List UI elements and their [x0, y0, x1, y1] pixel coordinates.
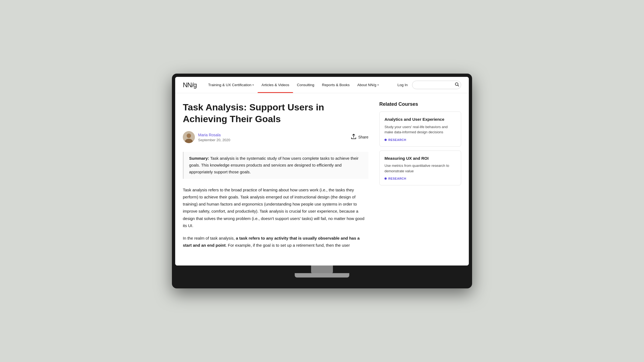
search-bar[interactable]	[412, 81, 461, 89]
chevron-down-icon: ▾	[377, 83, 379, 86]
article: Task Analysis: Support Users in Achievin…	[183, 93, 368, 254]
course-card-1[interactable]: Measuring UX and ROI Use metrics from qu…	[379, 150, 461, 186]
nav-item-about[interactable]: About NN/g ▾	[353, 77, 383, 93]
svg-line-1	[458, 85, 459, 86]
avatar-image	[183, 131, 195, 143]
article-title: Task Analysis: Support Users in Achievin…	[183, 101, 368, 125]
login-button[interactable]: Log In	[397, 83, 408, 87]
search-input[interactable]	[417, 83, 455, 87]
author-details: Maria Rosala September 20, 2020	[198, 132, 230, 142]
tag-dot-1	[384, 177, 387, 180]
paragraph-2-prefix: In the realm of task analysis,	[183, 236, 236, 240]
share-icon	[351, 134, 356, 141]
course-title-1: Measuring UX and ROI	[384, 156, 456, 161]
summary-label: Summary:	[189, 156, 209, 161]
course-tag-label-1: RESEARCH	[388, 177, 406, 180]
monitor-stand	[175, 266, 469, 277]
course-desc-1: Use metrics from quantitative research t…	[384, 163, 456, 174]
course-tag-1: RESEARCH	[384, 177, 456, 180]
share-label: Share	[358, 135, 368, 139]
chevron-down-icon: ▾	[252, 83, 254, 86]
article-body: Task analysis refers to the broad practi…	[183, 186, 368, 249]
course-title-0: Analytics and User Experience	[384, 117, 456, 122]
site-logo[interactable]: NN/g	[183, 81, 197, 89]
article-meta: Maria Rosala September 20, 2020 Share	[183, 131, 368, 143]
sidebar: Related Courses Analytics and User Exper…	[379, 93, 461, 254]
nav-item-articles[interactable]: Articles & Videos	[258, 77, 293, 93]
summary-text: Summary: Task analysis is the systematic…	[189, 155, 363, 175]
main-content: Task Analysis: Support Users in Achievin…	[175, 93, 469, 265]
navigation: NN/g Training & UX Certification ▾ Artic…	[175, 77, 469, 93]
nav-item-training[interactable]: Training & UX Certification ▾	[204, 77, 258, 93]
search-icon[interactable]	[455, 82, 459, 88]
paragraph-2-suffix: . For example, if the goal is to set up …	[226, 243, 350, 248]
course-tag-0: RESEARCH	[384, 138, 456, 141]
nav-item-reports[interactable]: Reports & Books	[318, 77, 353, 93]
course-card-0[interactable]: Analytics and User Experience Study your…	[379, 111, 461, 147]
author-info: Maria Rosala September 20, 2020	[183, 131, 230, 143]
nav-right: Log In	[397, 81, 461, 89]
course-desc-0: Study your users' real-life behaviors an…	[384, 124, 456, 135]
stand-base	[295, 273, 349, 277]
stand-neck	[311, 266, 333, 273]
body-paragraph-2: In the realm of task analysis, a task re…	[183, 235, 368, 249]
related-courses-heading: Related Courses	[379, 101, 461, 107]
nav-links: Training & UX Certification ▾ Articles &…	[204, 77, 398, 93]
summary-block: Summary: Task analysis is the systematic…	[183, 152, 368, 179]
nav-item-consulting[interactable]: Consulting	[293, 77, 318, 93]
author-name-link[interactable]: Maria Rosala	[198, 133, 220, 137]
share-button[interactable]: Share	[351, 134, 368, 141]
course-tag-label-0: RESEARCH	[388, 138, 406, 141]
svg-point-3	[187, 134, 191, 138]
body-paragraph-1: Task analysis refers to the broad practi…	[183, 186, 368, 230]
summary-body: Task analysis is the systematic study of…	[189, 156, 359, 174]
author-avatar	[183, 131, 195, 143]
tag-dot-0	[384, 139, 387, 141]
article-date: September 20, 2020	[198, 138, 230, 142]
